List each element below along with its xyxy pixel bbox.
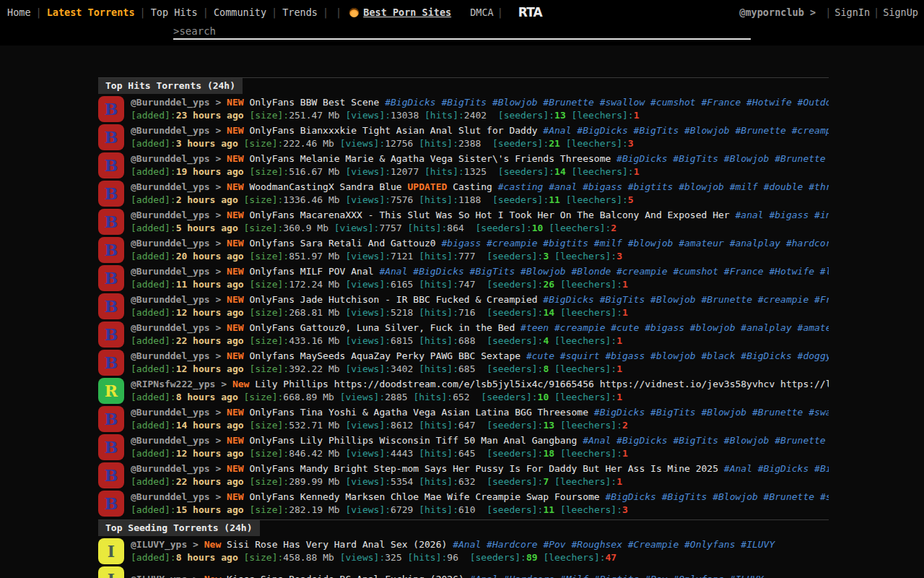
torrent-stats-line: [added]:15 hours ago [size]:282.19 Mb [v… bbox=[131, 504, 829, 517]
stat-value-hits: 610 bbox=[458, 504, 475, 515]
user-handle[interactable]: @RIPNsfw222_yps bbox=[131, 379, 215, 389]
torrent-tags[interactable]: #BigDicks #BigTits #Blowjob #Brunette #s… bbox=[379, 97, 829, 108]
torrent-title[interactable]: Lily Phillips https://doodstream.com/e/l… bbox=[255, 379, 829, 389]
stat-label-size: [size]: bbox=[244, 392, 284, 402]
torrent-tags[interactable]: #Anal #Hardcore #Milf #Bigtits #Pov #Onl… bbox=[464, 574, 764, 578]
nav-item-trends[interactable]: Trends bbox=[281, 7, 319, 18]
user-badge[interactable]: B bbox=[98, 152, 124, 178]
stat-label-leechers: [leechers]: bbox=[572, 166, 634, 177]
torrent-title[interactable]: Kissa Sins Roadside BG Anal Fucking (202… bbox=[227, 574, 464, 578]
user-handle[interactable]: @Burunddel_yps bbox=[131, 210, 210, 220]
torrent-title[interactable]: WoodmanCastingX Sandra Blue bbox=[249, 181, 407, 192]
signin-button[interactable]: SignIn bbox=[834, 7, 870, 18]
user-badge[interactable]: B bbox=[98, 406, 124, 432]
torrent-title[interactable]: OnlyFans Kennedy Marksen Chloe Mae Wife … bbox=[249, 491, 599, 502]
user-handle[interactable]: @Burunddel_yps bbox=[131, 350, 210, 361]
torrent-tags[interactable]: #Anal #Hardcore #Pov #Roughsex #Creampie… bbox=[447, 539, 775, 550]
user-handle[interactable]: @Burunddel_yps bbox=[131, 322, 210, 333]
stat-value-size: 222.46 Mb bbox=[283, 138, 334, 149]
user-handle[interactable]: @Burunddel_yps bbox=[131, 463, 210, 474]
user-badge[interactable]: B bbox=[98, 181, 124, 207]
torrent-tags[interactable]: #Anal #BigDicks #BigTits #Blowjob #Blond… bbox=[374, 266, 829, 277]
nav-item-top-hits[interactable]: Top Hits bbox=[149, 7, 199, 18]
torrent-tags[interactable]: #casting #anal #bigass #bigtits #blowjob… bbox=[492, 181, 829, 192]
torrent-tags[interactable]: #Anal #BigDicks #BigTits … bbox=[718, 463, 829, 474]
nav-divider: | bbox=[268, 7, 281, 18]
user-badge[interactable]: B bbox=[98, 124, 124, 150]
torrent-title[interactable]: Casting bbox=[447, 181, 492, 192]
user-handle[interactable]: @ILUVY_yps bbox=[131, 539, 187, 550]
best-porn-sites-label[interactable]: Best Porn Sites bbox=[363, 7, 451, 18]
user-handle[interactable]: @Burunddel_yps bbox=[131, 266, 210, 277]
nav-divider: | bbox=[332, 7, 345, 18]
user-badge[interactable]: I bbox=[98, 538, 124, 564]
torrent-title[interactable]: OnlyFans Mandy Bright Step-mom Says Her … bbox=[249, 463, 718, 474]
torrent-title[interactable]: OnlyFans Bianxxxkie Tight Asian Anal Slu… bbox=[249, 125, 537, 136]
torrent-title[interactable]: OnlyFans Jade Hutchison - IR BBC Fucked … bbox=[249, 294, 537, 305]
user-badge[interactable]: I bbox=[98, 566, 124, 578]
signup-button[interactable]: SignUp bbox=[883, 7, 918, 18]
torrent-row: I @ILUVY_yps > New Sisi Rose Has Very Ha… bbox=[98, 538, 829, 564]
torrent-title[interactable]: OnlyFans Gattouz0, Luna Silver, Fuck in … bbox=[249, 322, 515, 333]
user-badge[interactable]: B bbox=[98, 322, 124, 348]
search-input[interactable] bbox=[179, 25, 751, 37]
user-handle[interactable]: @Burunddel_yps bbox=[131, 153, 210, 164]
torrent-title-line: @Burunddel_yps > NEW Onlyfans MaySeeds A… bbox=[131, 350, 829, 363]
torrent-tags[interactable]: #BigDicks #BigTits #Blowjob #Brunette #s… bbox=[588, 407, 829, 418]
nav-item-home[interactable]: Home bbox=[6, 7, 32, 18]
torrent-tags[interactable]: #Anal #BigDicks #BigTits #Blowjob #Brune… bbox=[577, 435, 829, 446]
user-badge[interactable]: B bbox=[98, 265, 124, 291]
user-badge[interactable]: B bbox=[98, 237, 124, 263]
user-handle[interactable]: @Burunddel_yps bbox=[131, 238, 210, 249]
user-handle[interactable]: @Burunddel_yps bbox=[131, 97, 210, 108]
user-badge[interactable]: B bbox=[98, 209, 124, 235]
user-handle[interactable]: @Burunddel_yps bbox=[131, 181, 210, 192]
user-handle[interactable]: @Burunddel_yps bbox=[131, 125, 210, 136]
stat-value-size: 1336.46 Mb bbox=[283, 194, 339, 205]
torrent-tags[interactable]: #cute #squirt #bigass #blowjob #black #B… bbox=[520, 350, 829, 361]
torrent-tags[interactable]: #BigDicks #BigTits #Blowjob #Brunette #s… bbox=[600, 491, 829, 502]
torrent-title[interactable]: Onlyfans MILF POV Anal bbox=[249, 266, 373, 277]
torrent-title[interactable]: Sisi Rose Has Very Hard Anal Sex (2026) bbox=[227, 539, 447, 550]
torrent-tags[interactable]: #anal #bigass #interrac… bbox=[730, 210, 829, 220]
best-porn-sites-link[interactable]: Best Porn Sites bbox=[349, 7, 451, 18]
dmca-link[interactable]: DMCA bbox=[470, 7, 494, 18]
torrent-text: @Burunddel_yps > NEW OnlyFans Tina Yoshi… bbox=[131, 406, 829, 432]
user-handle[interactable]: @Burunddel_yps bbox=[131, 407, 210, 418]
user-handle[interactable]: @Burunddel_yps bbox=[131, 294, 210, 305]
chevron-right-icon: > bbox=[187, 539, 204, 550]
nav-item-latest-torrents[interactable]: Latest Torrents bbox=[45, 7, 136, 18]
torrent-tags[interactable]: #BigDicks #BigTits #Blowjob #Brunette #c… bbox=[538, 294, 829, 305]
user-badge[interactable]: B bbox=[98, 462, 124, 488]
torrent-tags[interactable]: #teen #creampie #cute #bigass #blowjob #… bbox=[515, 322, 829, 333]
torrent-title[interactable]: OnlyFans BBW Best Scene bbox=[249, 97, 379, 108]
user-handle[interactable]: @ILUVY_yps bbox=[131, 574, 187, 578]
user-badge[interactable]: B bbox=[98, 293, 124, 319]
user-badge[interactable]: B bbox=[98, 434, 124, 460]
torrent-title[interactable]: Onlyfans Sara Retali And Gattouz0 bbox=[249, 238, 435, 249]
torrent-title[interactable]: OnlyFans MacarenaXXX - This Slut Was So … bbox=[249, 210, 729, 220]
torrent-section: Top Hits Torrents (24h) B @Burunddel_yps… bbox=[98, 77, 829, 517]
stat-label-views: [views]: bbox=[345, 110, 391, 121]
site-brand[interactable]: @mypornclub bbox=[739, 7, 803, 18]
stat-value-added: 2 hours ago bbox=[176, 194, 238, 205]
stat-value-seeders: 13 bbox=[554, 110, 566, 121]
nav-item-community[interactable]: Community bbox=[212, 7, 268, 18]
torrent-tags[interactable]: #bigass #creampie #bigtits #milf #blowjo… bbox=[436, 238, 829, 249]
user-handle[interactable]: @Burunddel_yps bbox=[131, 491, 210, 502]
user-badge[interactable]: B bbox=[98, 491, 124, 517]
stat-label-size: [size]: bbox=[244, 194, 284, 205]
torrent-tags[interactable]: #BigDicks #BigTits #Blowjob #Brunette #s… bbox=[611, 153, 829, 164]
torrent-title[interactable]: OnlyFans Lily Phillips Wisconsin Tiff 50… bbox=[249, 435, 577, 446]
torrent-tags[interactable]: #Anal #BigDicks #BigTits #Blowjob #Brune… bbox=[538, 125, 829, 136]
torrent-title[interactable]: OnlyFans Tina Yoshi & Agatha Vega Asian … bbox=[249, 407, 588, 418]
user-badge[interactable]: B bbox=[98, 96, 124, 122]
torrent-title[interactable]: Onlyfans MaySeeds AquaZay Perky PAWG BBC… bbox=[249, 350, 520, 361]
user-badge[interactable]: R bbox=[98, 378, 124, 404]
stat-value-leechers: 1 bbox=[622, 307, 628, 318]
torrent-title-line: @Burunddel_yps > NEW Onlyfans Sara Retal… bbox=[131, 237, 829, 250]
user-badge[interactable]: B bbox=[98, 350, 124, 376]
torrent-title[interactable]: OnlyFans Melanie Marie & Agatha Vega Sis… bbox=[249, 153, 611, 164]
torrent-row: B @Burunddel_yps > NEW OnlyFans Jade Hut… bbox=[98, 293, 829, 319]
user-handle[interactable]: @Burunddel_yps bbox=[131, 435, 210, 446]
